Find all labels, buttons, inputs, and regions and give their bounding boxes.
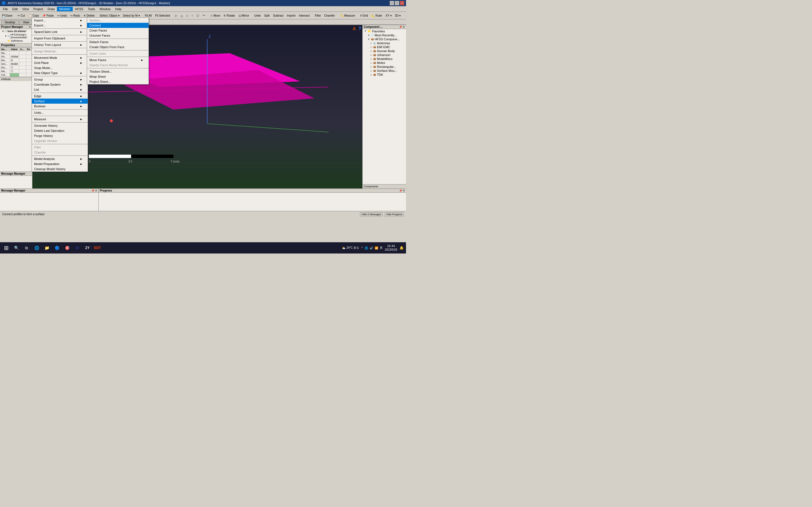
search-taskbar[interactable]: 🔍 xyxy=(12,244,20,252)
comp-pin[interactable]: 📌 xyxy=(399,25,402,29)
menu-hfss[interactable]: HFSS xyxy=(73,7,86,11)
ruler-button[interactable]: 📐 Ruler xyxy=(370,12,384,18)
surf-detach-faces[interactable]: Detach Faces xyxy=(87,40,149,45)
tree-hfss[interactable]: ▼ ⬡ HFSSDesign1 (DrivenModal)* xyxy=(3,33,32,39)
msg-pin[interactable]: 📌 xyxy=(91,189,94,192)
menu-purge-history[interactable]: Purge History xyxy=(32,133,88,138)
taskbar-edt[interactable]: EDT xyxy=(94,244,101,252)
unite-button[interactable]: Unite xyxy=(253,12,262,18)
units-dropdown[interactable]: XY ▾ xyxy=(384,12,393,18)
surf-create-object-face[interactable]: Create Object From Face xyxy=(87,45,149,50)
comp-emi[interactable]: ▷ 📦 EMI EMC xyxy=(363,45,406,49)
tree-defs[interactable]: 📁 Definitions xyxy=(6,39,32,43)
hide-progress-button[interactable]: Hide Progress xyxy=(385,212,404,216)
surf-move-faces[interactable]: Move Faces xyxy=(87,57,149,62)
notifications[interactable]: 🔔 xyxy=(400,246,404,250)
menu-new-object-type[interactable]: New Object Type xyxy=(32,70,88,75)
menu-model-preparation[interactable]: Model Preparation xyxy=(32,161,88,166)
chamfer-button[interactable]: Chamfer xyxy=(323,12,336,18)
split-button[interactable]: Split xyxy=(263,12,271,18)
help-icon[interactable]: ? xyxy=(358,26,361,31)
menu-movement-mode[interactable]: Movement Mode xyxy=(32,55,88,60)
comp-tdk[interactable]: ▷ 📦 TDK xyxy=(363,73,406,76)
warning-icon[interactable]: ⚠ xyxy=(352,26,356,31)
comp-molex[interactable]: ▷ 📦 Molex xyxy=(363,61,406,65)
comp-surface[interactable]: ▷ 📦 Surface Mou... xyxy=(363,69,406,73)
menu-modeler[interactable]: Modeler xyxy=(57,7,73,11)
surf-cover-faces[interactable]: Cover Faces xyxy=(87,28,149,33)
comp-rectangular[interactable]: ▷ 📦 Rectangular... xyxy=(363,65,406,69)
menu-history-tree-layout[interactable]: History Tree Layout xyxy=(32,42,88,47)
fit-selected-button[interactable]: Fit Selected xyxy=(154,12,171,18)
intersect-button[interactable]: Intersect xyxy=(297,12,311,18)
mirror-button[interactable]: ◫ Mirror xyxy=(237,12,251,18)
msg-close[interactable]: ✕ xyxy=(95,189,97,192)
menu-list[interactable]: List xyxy=(32,87,88,92)
rotate-button[interactable]: ↻ Rotate xyxy=(222,12,236,18)
menu-edge[interactable]: Edge xyxy=(32,94,88,99)
taskbar-edge[interactable]: 🌐 xyxy=(33,244,41,252)
3d-dropdown[interactable]: 3D ▾ xyxy=(394,12,402,18)
comp-johanson[interactable]: ▷ 📦 Johanson xyxy=(363,53,406,57)
maximize-button[interactable]: □ xyxy=(395,1,399,5)
draw-tool-1[interactable]: ▷ xyxy=(174,12,179,18)
tree-root[interactable]: ▼ ⬡ horn 25-33GHz* xyxy=(1,30,32,33)
taskbar-explorer[interactable]: 📁 xyxy=(43,244,51,252)
close-button[interactable]: ✕ xyxy=(400,1,404,5)
menu-measure[interactable]: Measure xyxy=(32,117,88,122)
attribute-tab[interactable]: Attribute xyxy=(0,77,32,81)
menu-snap-mode[interactable]: Snap Mode... xyxy=(32,65,88,70)
tray-wifi[interactable]: 📶 xyxy=(375,246,378,249)
subtract-button[interactable]: Subtract xyxy=(271,12,285,18)
menu-surface[interactable]: Surface xyxy=(32,99,88,104)
menu-import-clipboard[interactable]: Import From Clipboard xyxy=(32,36,88,41)
menu-cleanup-history[interactable]: Cleanup Model History xyxy=(32,166,88,172)
pm-close[interactable]: ✕ xyxy=(29,25,31,29)
menu-edit[interactable]: Edit xyxy=(10,7,20,11)
start-button[interactable]: ⊞ xyxy=(2,244,10,252)
taskbar-word[interactable]: W xyxy=(73,244,81,252)
menu-import-item[interactable]: Import... xyxy=(32,18,88,23)
menu-file[interactable]: File xyxy=(1,7,10,11)
tab-view[interactable]: View xyxy=(19,20,33,24)
taskbar-zy[interactable]: ZY xyxy=(84,244,91,252)
menu-view[interactable]: View xyxy=(20,7,31,11)
tray-volume[interactable]: 🔊 xyxy=(370,246,373,249)
grid-button[interactable]: # Grid xyxy=(359,12,369,18)
menu-generate-history[interactable]: Generate History xyxy=(32,123,88,128)
surf-thicken-sheet[interactable]: Thicken Sheet... xyxy=(87,69,149,74)
taskbar-app1[interactable]: 🎯 xyxy=(63,244,71,252)
menu-model-analysis[interactable]: Model Analysis xyxy=(32,156,88,161)
taskview-button[interactable]: ⧉ xyxy=(22,244,31,252)
comp-humanbody[interactable]: ▷ 📦 Human Body xyxy=(363,49,406,53)
tray-lang[interactable]: 英 xyxy=(380,246,383,250)
minimize-button[interactable]: — xyxy=(390,1,394,5)
menu-help[interactable]: Help xyxy=(113,7,124,11)
clock[interactable]: 16:44 2023/5/26 xyxy=(385,244,398,251)
save-button[interactable]: 💾Save xyxy=(1,12,14,18)
menu-draw[interactable]: Draw xyxy=(45,7,57,11)
surf-project-sheet[interactable]: Project Sheet... xyxy=(87,79,149,84)
measure-button[interactable]: 📏 Measure xyxy=(339,12,357,18)
menu-delete-last-op[interactable]: Delete Last Operation xyxy=(32,128,88,133)
menu-spaceclaim[interactable]: SpaceClaim Link xyxy=(32,29,88,34)
cut-button[interactable]: ✂ Cut xyxy=(16,12,26,18)
surf-connect[interactable]: Connect xyxy=(87,23,149,28)
comp-recent[interactable]: ▼ 🕐 Most Recently... xyxy=(363,33,406,37)
fillet-button[interactable]: Fillet xyxy=(313,12,322,18)
tray-network[interactable]: 🌐 xyxy=(364,246,368,249)
draw-tool-3[interactable]: □ xyxy=(185,12,190,18)
tab-desktop[interactable]: Desktop xyxy=(1,20,19,24)
draw-tool-4[interactable]: ○ xyxy=(190,12,195,18)
surf-uncover-faces[interactable]: Uncover Faces xyxy=(87,33,149,38)
comp-hfss[interactable]: ▼ 📦 HFSS Compone... xyxy=(363,37,406,41)
menu-export-item[interactable]: Export... xyxy=(32,23,88,28)
draw-tool-5[interactable]: ⬡ xyxy=(195,12,200,18)
imprint-button[interactable]: Imprint xyxy=(286,12,297,18)
menu-coordinate-system[interactable]: Coordinate System xyxy=(32,82,88,87)
menu-units[interactable]: Units... xyxy=(32,110,88,115)
menu-tools[interactable]: Tools xyxy=(86,7,97,11)
draw-tool-6[interactable]: 〜 xyxy=(201,12,207,18)
comp-antennas[interactable]: ▷ 📡 Antennas xyxy=(363,41,406,45)
comp-modelithics[interactable]: ▷ 📦 Modelithics xyxy=(363,57,406,61)
